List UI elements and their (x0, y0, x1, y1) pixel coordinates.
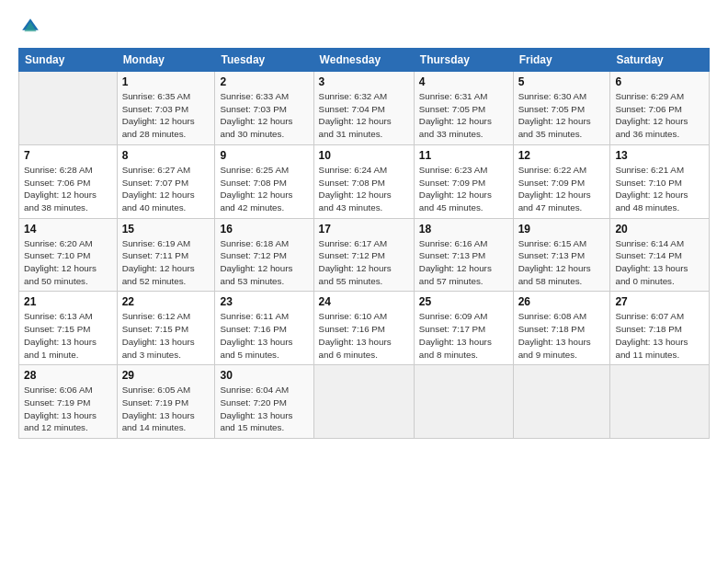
day-cell: 5Sunrise: 6:30 AM Sunset: 7:05 PM Daylig… (513, 72, 610, 145)
day-number: 21 (24, 295, 112, 308)
day-cell: 7Sunrise: 6:28 AM Sunset: 7:06 PM Daylig… (19, 144, 118, 218)
day-number: 10 (319, 149, 409, 162)
day-info: Sunrise: 6:25 AM Sunset: 7:08 PM Dayligh… (220, 164, 308, 214)
day-number: 29 (122, 369, 210, 382)
day-cell (513, 365, 610, 439)
logo-icon (20, 17, 40, 37)
col-header-wednesday: Wednesday (313, 49, 414, 72)
week-row-1: 1Sunrise: 6:35 AM Sunset: 7:03 PM Daylig… (19, 72, 710, 145)
day-number: 7 (24, 149, 112, 162)
day-info: Sunrise: 6:18 AM Sunset: 7:12 PM Dayligh… (220, 237, 308, 288)
day-number: 3 (319, 75, 409, 88)
day-cell: 25Sunrise: 6:09 AM Sunset: 7:17 PM Dayli… (414, 292, 513, 365)
day-number: 20 (615, 223, 704, 236)
day-cell: 28Sunrise: 6:06 AM Sunset: 7:19 PM Dayli… (19, 365, 118, 439)
day-info: Sunrise: 6:13 AM Sunset: 7:15 PM Dayligh… (24, 310, 112, 361)
day-number: 24 (319, 295, 409, 308)
day-info: Sunrise: 6:12 AM Sunset: 7:15 PM Dayligh… (122, 310, 210, 361)
day-cell: 19Sunrise: 6:15 AM Sunset: 7:13 PM Dayli… (513, 218, 610, 292)
day-cell: 16Sunrise: 6:18 AM Sunset: 7:12 PM Dayli… (215, 218, 313, 292)
day-info: Sunrise: 6:24 AM Sunset: 7:08 PM Dayligh… (319, 164, 409, 214)
day-cell: 18Sunrise: 6:16 AM Sunset: 7:13 PM Dayli… (414, 218, 513, 292)
day-cell: 10Sunrise: 6:24 AM Sunset: 7:08 PM Dayli… (313, 144, 414, 218)
day-info: Sunrise: 6:05 AM Sunset: 7:19 PM Dayligh… (122, 384, 210, 434)
col-header-thursday: Thursday (414, 49, 513, 72)
week-row-4: 21Sunrise: 6:13 AM Sunset: 7:15 PM Dayli… (19, 292, 710, 365)
col-header-tuesday: Tuesday (215, 49, 313, 72)
day-info: Sunrise: 6:33 AM Sunset: 7:03 PM Dayligh… (220, 90, 308, 141)
day-number: 13 (615, 149, 704, 162)
day-info: Sunrise: 6:27 AM Sunset: 7:07 PM Dayligh… (122, 164, 210, 214)
day-number: 16 (220, 223, 308, 236)
week-row-2: 7Sunrise: 6:28 AM Sunset: 7:06 PM Daylig… (19, 144, 710, 218)
day-info: Sunrise: 6:30 AM Sunset: 7:05 PM Dayligh… (518, 90, 606, 141)
day-cell: 26Sunrise: 6:08 AM Sunset: 7:18 PM Dayli… (513, 292, 610, 365)
day-info: Sunrise: 6:11 AM Sunset: 7:16 PM Dayligh… (220, 310, 308, 361)
calendar-table: SundayMondayTuesdayWednesdayThursdayFrid… (18, 48, 710, 439)
day-number: 4 (419, 75, 508, 88)
day-cell: 15Sunrise: 6:19 AM Sunset: 7:11 PM Dayli… (117, 218, 215, 292)
day-number: 8 (122, 149, 210, 162)
calendar-header-row: SundayMondayTuesdayWednesdayThursdayFrid… (19, 49, 710, 72)
day-info: Sunrise: 6:08 AM Sunset: 7:18 PM Dayligh… (518, 310, 606, 361)
day-cell: 6Sunrise: 6:29 AM Sunset: 7:06 PM Daylig… (610, 72, 710, 145)
day-number: 27 (615, 295, 704, 308)
col-header-sunday: Sunday (19, 49, 118, 72)
day-cell: 8Sunrise: 6:27 AM Sunset: 7:07 PM Daylig… (117, 144, 215, 218)
day-number: 9 (220, 149, 308, 162)
day-cell (19, 72, 118, 145)
week-row-3: 14Sunrise: 6:20 AM Sunset: 7:10 PM Dayli… (19, 218, 710, 292)
day-number: 5 (518, 75, 606, 88)
day-cell: 20Sunrise: 6:14 AM Sunset: 7:14 PM Dayli… (610, 218, 710, 292)
day-number: 26 (518, 295, 606, 308)
page: SundayMondayTuesdayWednesdayThursdayFrid… (0, 0, 728, 563)
day-number: 23 (220, 295, 308, 308)
day-number: 19 (518, 223, 606, 236)
day-cell: 22Sunrise: 6:12 AM Sunset: 7:15 PM Dayli… (117, 292, 215, 365)
day-number: 18 (419, 223, 508, 236)
day-cell: 3Sunrise: 6:32 AM Sunset: 7:04 PM Daylig… (313, 72, 414, 145)
day-cell: 17Sunrise: 6:17 AM Sunset: 7:12 PM Dayli… (313, 218, 414, 292)
col-header-saturday: Saturday (610, 49, 710, 72)
day-cell: 1Sunrise: 6:35 AM Sunset: 7:03 PM Daylig… (117, 72, 215, 145)
day-info: Sunrise: 6:17 AM Sunset: 7:12 PM Dayligh… (319, 237, 409, 288)
day-info: Sunrise: 6:10 AM Sunset: 7:16 PM Dayligh… (319, 310, 409, 361)
day-info: Sunrise: 6:07 AM Sunset: 7:18 PM Dayligh… (615, 310, 704, 361)
day-cell: 14Sunrise: 6:20 AM Sunset: 7:10 PM Dayli… (19, 218, 118, 292)
day-cell: 30Sunrise: 6:04 AM Sunset: 7:20 PM Dayli… (215, 365, 313, 439)
day-number: 12 (518, 149, 606, 162)
day-cell (313, 365, 414, 439)
day-number: 14 (24, 223, 112, 236)
day-cell: 2Sunrise: 6:33 AM Sunset: 7:03 PM Daylig… (215, 72, 313, 145)
day-number: 25 (419, 295, 508, 308)
day-cell (610, 365, 710, 439)
header (18, 17, 710, 40)
day-number: 1 (122, 75, 210, 88)
day-cell: 24Sunrise: 6:10 AM Sunset: 7:16 PM Dayli… (313, 292, 414, 365)
day-info: Sunrise: 6:04 AM Sunset: 7:20 PM Dayligh… (220, 384, 308, 434)
day-info: Sunrise: 6:32 AM Sunset: 7:04 PM Dayligh… (319, 90, 409, 141)
day-info: Sunrise: 6:35 AM Sunset: 7:03 PM Dayligh… (122, 90, 210, 141)
logo (18, 17, 42, 40)
day-number: 28 (24, 369, 112, 382)
day-info: Sunrise: 6:16 AM Sunset: 7:13 PM Dayligh… (419, 237, 508, 288)
day-cell: 27Sunrise: 6:07 AM Sunset: 7:18 PM Dayli… (610, 292, 710, 365)
day-info: Sunrise: 6:20 AM Sunset: 7:10 PM Dayligh… (24, 237, 112, 288)
day-cell: 23Sunrise: 6:11 AM Sunset: 7:16 PM Dayli… (215, 292, 313, 365)
day-info: Sunrise: 6:19 AM Sunset: 7:11 PM Dayligh… (122, 237, 210, 288)
day-cell: 12Sunrise: 6:22 AM Sunset: 7:09 PM Dayli… (513, 144, 610, 218)
day-info: Sunrise: 6:21 AM Sunset: 7:10 PM Dayligh… (615, 164, 704, 214)
day-info: Sunrise: 6:29 AM Sunset: 7:06 PM Dayligh… (615, 90, 704, 141)
day-cell: 29Sunrise: 6:05 AM Sunset: 7:19 PM Dayli… (117, 365, 215, 439)
day-cell: 4Sunrise: 6:31 AM Sunset: 7:05 PM Daylig… (414, 72, 513, 145)
day-info: Sunrise: 6:22 AM Sunset: 7:09 PM Dayligh… (518, 164, 606, 214)
day-number: 6 (615, 75, 704, 88)
day-info: Sunrise: 6:23 AM Sunset: 7:09 PM Dayligh… (419, 164, 508, 214)
day-cell: 11Sunrise: 6:23 AM Sunset: 7:09 PM Dayli… (414, 144, 513, 218)
day-number: 30 (220, 369, 308, 382)
day-cell: 21Sunrise: 6:13 AM Sunset: 7:15 PM Dayli… (19, 292, 118, 365)
day-info: Sunrise: 6:14 AM Sunset: 7:14 PM Dayligh… (615, 237, 704, 288)
day-info: Sunrise: 6:15 AM Sunset: 7:13 PM Dayligh… (518, 237, 606, 288)
week-row-5: 28Sunrise: 6:06 AM Sunset: 7:19 PM Dayli… (19, 365, 710, 439)
day-cell (414, 365, 513, 439)
